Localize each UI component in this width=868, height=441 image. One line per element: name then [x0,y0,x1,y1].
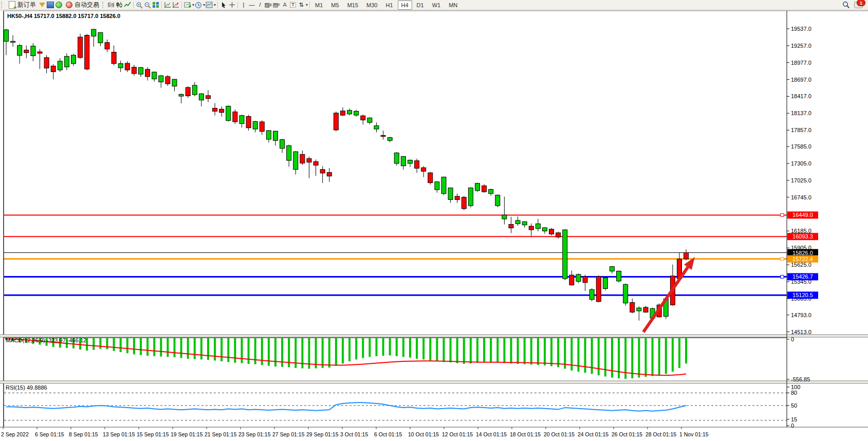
price-tick-label: 14513.0 [791,329,811,335]
funnel-icon[interactable] [38,1,46,9]
timeframe-M5[interactable]: M5 [327,0,342,10]
candle-body-bull [354,111,359,115]
bar-chart-icon[interactable] [107,1,115,9]
vertical-line-icon[interactable]: | [239,1,248,9]
time-tick-label: 27 Sep 01:15 [272,431,305,437]
candle-body-bull [489,189,493,193]
time-tick-label: 24 Oct 01:15 [578,431,608,437]
candle-body-bear [509,225,513,228]
time-tick-label: 21 Sep 01:15 [205,431,237,437]
candle-body-bull [515,220,520,224]
toolbar-separator [309,2,310,9]
timeframe-H1[interactable]: H1 [382,0,396,10]
price-tick-label: 18417.0 [791,93,811,99]
candle-body-bear [684,253,689,259]
timeframe-MN[interactable]: MN [445,0,461,10]
time-tick-label: 15 Sep 01:15 [137,431,169,437]
candle-body-bull [253,121,257,129]
level-price-badge-text: 15426.7 [792,273,813,280]
tile-windows-icon[interactable] [152,1,160,9]
candle-body-bull [266,131,271,139]
toolbar-separator [161,2,162,9]
candle-body-bear [186,87,190,96]
candle-body-bull [287,145,291,160]
crosshair-icon[interactable] [228,1,236,9]
line-chart-icon[interactable] [123,1,132,9]
trend-line-icon[interactable]: / [256,1,264,9]
fibonacci-icon[interactable]: ▤F [272,1,281,9]
chart-svg[interactable]: 19537.019257.018977.018697.018417.018137… [0,0,868,441]
equidistant-channel-icon[interactable]: ▨E [264,1,272,9]
rsi-axis-tick: 15 [791,416,797,422]
new-order-label: 新订单 [17,1,36,9]
signals-icon[interactable] [54,1,63,9]
cursor-icon[interactable] [219,1,228,9]
candle-body-bull [64,57,69,67]
candle-body-bear [630,303,635,313]
zoom-out-icon[interactable] [143,1,152,9]
horizontal-line-icon[interactable]: — [248,1,256,9]
chat-icon[interactable]: 1 [854,2,863,8]
macd-axis-bottom: -556.85 [791,376,810,382]
time-tick-label: 20 Oct 01:15 [544,431,575,437]
candle-body-bear [300,154,305,163]
level-line-handle[interactable] [781,275,784,278]
toolbar-separator [181,2,182,9]
candlestick-chart-icon[interactable] [115,1,123,9]
candle-body-bull [435,182,439,190]
candle-body-bear [643,307,648,312]
candle-body-bear [132,67,136,74]
candle-body-bull [280,140,285,149]
zoom-in-icon[interactable] [135,1,143,9]
template-icon[interactable] [205,1,213,9]
candle-body-bear [381,135,385,136]
period-clock-icon[interactable] [194,1,202,9]
timeframe-M1[interactable]: M1 [311,0,326,10]
candle-body-bear [38,52,42,53]
time-tick-label: 1 Nov 01:15 [679,431,709,437]
candle-body-bull [637,308,641,311]
level-price-badge-text: 16449.0 [792,212,813,218]
candle-body-bull [623,284,628,303]
level-price-badge-text: 15120.5 [792,292,813,298]
price-tick-label: 18977.0 [791,60,811,66]
pane-separator[interactable] [0,335,868,337]
text-label-icon[interactable]: T [289,1,297,9]
rsi-axis-tick: 100 [791,384,800,390]
timeframe-W1[interactable]: W1 [429,0,445,10]
template-caret[interactable]: ▾ [214,3,216,7]
candle-body-bear [320,170,325,173]
timeframe-D1[interactable]: D1 [413,0,428,10]
candle-body-bull [152,72,157,79]
arrows-icon[interactable]: ⇅ [297,1,305,9]
pane-separator[interactable] [0,381,868,383]
timeframe-M15[interactable]: M15 [344,0,362,10]
chart-title: HK50-,H4 15717.0 15882.0 15717.0 15826.0 [7,13,120,19]
candle-body-bull [239,116,244,124]
candle-body-bear [165,77,170,84]
auto-trading-button[interactable]: 自动交易 [63,1,101,9]
level-price-badge-text: 15722.4 [792,256,813,262]
level-line-handle[interactable] [781,213,784,216]
candle-body-bull [172,79,177,86]
timeframe-M30[interactable]: M30 [363,0,381,10]
candle-body-bull [17,46,22,56]
candle-body-bear [334,113,338,130]
candle-body-bear [569,275,574,285]
candle-body-bull [576,274,581,281]
add-indicator-icon[interactable] [183,1,192,9]
level-line-handle[interactable] [781,258,784,261]
search-icon[interactable] [842,1,850,9]
candle-body-bear [341,111,345,115]
indicator-window-icon[interactable] [163,1,172,9]
indicator-remove-icon[interactable] [172,1,180,9]
candle-body-bull [502,215,507,219]
profiles-icon[interactable] [46,1,54,9]
timeframe-H4[interactable]: H4 [398,0,412,10]
chart-background [0,10,868,441]
arrows-caret[interactable]: ▾ [306,3,308,7]
candle-body-bull [610,267,615,271]
price-tick-label: 16745.0 [791,194,811,200]
new-order-button[interactable]: + 新订单 [6,1,38,9]
text-icon[interactable]: A [281,1,289,9]
